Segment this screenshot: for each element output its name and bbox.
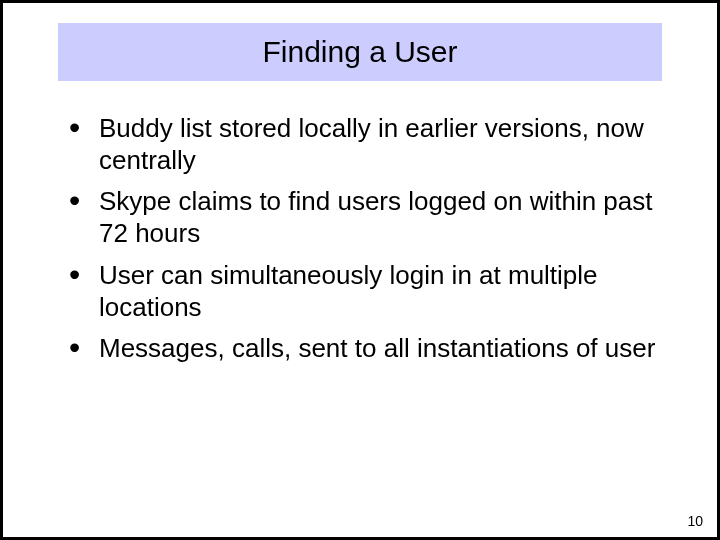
slide: Finding a User Buddy list stored locally… <box>0 0 720 540</box>
page-number: 10 <box>687 513 703 529</box>
bullet-item: User can simultaneously login in at mult… <box>63 260 657 323</box>
title-band: Finding a User <box>58 23 662 81</box>
bullet-item: Skype claims to find users logged on wit… <box>63 186 657 249</box>
bullet-item: Messages, calls, sent to all instantiati… <box>63 333 657 365</box>
bullet-item: Buddy list stored locally in earlier ver… <box>63 113 657 176</box>
bullet-list: Buddy list stored locally in earlier ver… <box>63 113 657 365</box>
slide-body: Buddy list stored locally in earlier ver… <box>63 113 657 497</box>
slide-title: Finding a User <box>262 35 457 69</box>
